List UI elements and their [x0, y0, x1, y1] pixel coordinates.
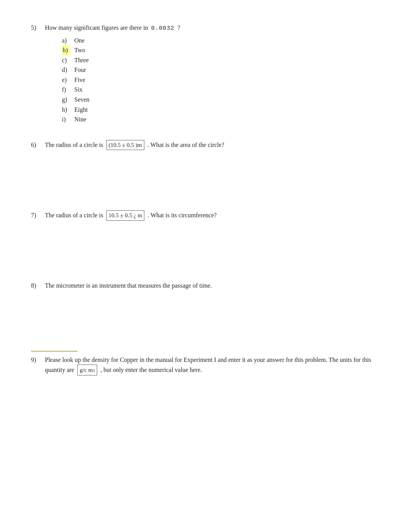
question-9-unit: g/c m3 — [77, 365, 97, 375]
question-6-math: (10.5 ± 0.5 )m — [106, 140, 144, 150]
option-e: e) Five — [62, 75, 380, 85]
question-7: 7) The radius of a circle is 10.5 ± 0.5 … — [31, 210, 380, 266]
question-6: 6) The radius of a circle is (10.5 ± 0.5… — [31, 140, 380, 195]
question-9-text: Please look up the density for Copper in… — [45, 355, 380, 376]
option-c: c) Three — [62, 55, 380, 65]
question-9: 9) Please look up the density for Copper… — [31, 355, 380, 376]
decoration-line — [31, 351, 77, 352]
option-b-text: Two — [74, 45, 85, 55]
option-f-label: f) — [62, 85, 70, 95]
question-6-number: 6) — [31, 142, 42, 148]
option-d-text: Four — [74, 65, 86, 75]
option-g: g) Seven — [62, 95, 380, 105]
option-i: i) Nine — [62, 114, 380, 124]
question-7-math: 10.5 ± 0.5 ¿ m — [106, 210, 145, 221]
option-a: a) One — [62, 36, 380, 46]
option-d: d) Four — [62, 65, 380, 75]
question-8-text: The micrometer is an instrument that mea… — [45, 281, 212, 290]
question-8-number: 8) — [31, 282, 42, 289]
question-5-text-after: ? — [178, 24, 180, 31]
option-b-label: b) — [62, 45, 70, 55]
question-9-number: 9) — [31, 356, 42, 363]
question-6-text-before: The radius of a circle is — [45, 142, 103, 148]
question-8: 8) The micrometer is an instrument that … — [31, 281, 380, 335]
option-f: f) Six — [62, 85, 380, 95]
question-9-unit-superscript: 3 — [93, 367, 95, 374]
question-7-text: The radius of a circle is 10.5 ± 0.5 ¿ m… — [45, 210, 217, 221]
option-g-text: Seven — [74, 95, 89, 105]
option-h: h) Eight — [62, 105, 380, 115]
question-5-number: 5) — [31, 24, 42, 31]
question-6-text-after: . What is the area of the circle? — [147, 142, 224, 148]
option-f-text: Six — [74, 85, 82, 95]
question-7-text-after: . What is its circumference? — [147, 212, 217, 218]
question-9-text-part2: , but only enter the numerical value her… — [100, 367, 202, 373]
question-6-answer-space — [31, 152, 380, 195]
option-h-label: h) — [62, 105, 70, 115]
option-i-text: Nine — [74, 114, 86, 124]
option-h-text: Eight — [74, 105, 88, 115]
question-7-number: 7) — [31, 212, 42, 219]
option-d-label: d) — [62, 65, 70, 75]
option-c-text: Three — [74, 55, 89, 65]
question-6-text: The radius of a circle is (10.5 ± 0.5 )m… — [45, 140, 224, 150]
question-5-text-before: How many significant figures are there i… — [45, 24, 148, 31]
option-b: b) Two — [62, 45, 380, 55]
option-e-text: Five — [74, 75, 85, 85]
option-a-label: a) — [62, 36, 70, 46]
question-5: 5) How many significant figures are ther… — [31, 23, 380, 124]
option-e-label: e) — [62, 75, 70, 85]
question-8-answer-space — [31, 293, 380, 335]
question-5-value: 0.0032 — [151, 25, 175, 32]
question-5-text: How many significant figures are there i… — [45, 23, 180, 33]
option-g-label: g) — [62, 95, 70, 105]
option-i-label: i) — [62, 114, 70, 124]
option-c-label: c) — [62, 55, 70, 65]
question-7-answer-space — [31, 223, 380, 266]
question-7-text-before: The radius of a circle is — [45, 212, 103, 218]
question-5-options: a) One b) Two c) Three d) Four e) Five f… — [62, 36, 380, 124]
option-a-text: One — [74, 36, 85, 46]
